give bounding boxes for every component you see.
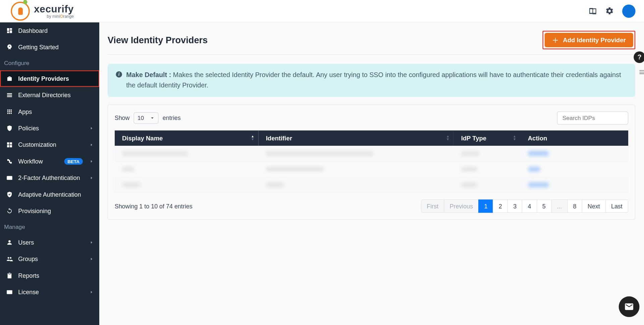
- sidebar: Dashboard Getting Started Configure Iden…: [0, 22, 99, 325]
- pager-last[interactable]: Last: [605, 199, 628, 213]
- col-idp-type[interactable]: IdP Type▲▼: [454, 130, 521, 146]
- col-display-name[interactable]: Display Name▲▼: [115, 130, 259, 146]
- pager-previous[interactable]: Previous: [444, 199, 479, 213]
- chevron-right-icon: [90, 143, 94, 147]
- pager-page-5[interactable]: 5: [537, 199, 552, 213]
- sidebar-label: Policies: [18, 125, 85, 132]
- side-menu-toggle[interactable]: [638, 69, 644, 75]
- chevron-right-icon: [90, 257, 94, 261]
- sidebar-item-getting-started[interactable]: Getting Started: [0, 39, 99, 55]
- sidebar-item-provisioning[interactable]: Provisioning: [0, 203, 99, 219]
- sidebar-section-configure: Configure: [0, 55, 99, 70]
- plus-icon: [552, 37, 559, 43]
- pagination: First Previous 1 2 3 4 5 ... 8 Next Last: [422, 199, 629, 213]
- sidebar-item-users[interactable]: Users: [0, 234, 99, 251]
- pager-page-4[interactable]: 4: [522, 199, 537, 213]
- pager-next[interactable]: Next: [582, 199, 606, 213]
- briefcase-icon: [6, 75, 13, 82]
- beta-badge: BETA: [64, 158, 83, 165]
- table-row: [115, 177, 628, 193]
- main-content: View Identity Providers Add Identity Pro…: [99, 22, 644, 325]
- sidebar-label: Adaptive Authentication: [18, 191, 94, 198]
- search-idps-input[interactable]: [557, 111, 628, 125]
- table-row: [115, 145, 628, 161]
- sidebar-item-workflow[interactable]: Workflow BETA: [0, 153, 99, 170]
- settings-icon[interactable]: [605, 7, 614, 15]
- brand-name: xecurify: [34, 3, 74, 15]
- list-icon: [6, 92, 13, 99]
- rocket-icon: [6, 44, 13, 51]
- idp-table: Display Name▲▼ Identifier▲▼ IdP Type▲▼ A…: [115, 130, 628, 193]
- sidebar-item-external-directories[interactable]: External Directories: [0, 87, 99, 103]
- group-icon: [6, 256, 13, 262]
- chat-button[interactable]: [619, 296, 640, 317]
- sidebar-label: Workflow: [18, 158, 59, 165]
- sidebar-label: Getting Started: [18, 44, 94, 51]
- user-avatar[interactable]: [622, 4, 636, 18]
- sidebar-item-dashboard[interactable]: Dashboard: [0, 22, 99, 39]
- chevron-right-icon: [90, 176, 94, 180]
- entries-control: Show 10 entries: [115, 112, 181, 124]
- sidebar-item-identity-providers[interactable]: Identity Providers: [0, 70, 99, 87]
- entries-value: 10: [138, 115, 144, 121]
- sidebar-item-customization[interactable]: Customization: [0, 137, 99, 153]
- add-identity-provider-button[interactable]: Add Identity Provider: [545, 33, 633, 47]
- col-identifier[interactable]: Identifier▲▼: [259, 130, 454, 146]
- chevron-right-icon: [90, 126, 94, 130]
- pager-page-1[interactable]: 1: [479, 199, 494, 213]
- sidebar-item-adaptive-auth[interactable]: Adaptive Authentication: [0, 186, 99, 203]
- pager-first[interactable]: First: [421, 199, 444, 213]
- sidebar-item-2fa[interactable]: 2-Factor Authentication: [0, 170, 99, 186]
- sidebar-item-apps[interactable]: Apps: [0, 104, 99, 120]
- clipboard-icon: [6, 272, 13, 279]
- sidebar-section-manage: Manage: [0, 219, 99, 234]
- page-title: View Identity Providers: [108, 35, 208, 45]
- chevron-right-icon: [90, 159, 94, 163]
- show-label-pre: Show: [115, 115, 130, 121]
- pager-page-3[interactable]: 3: [507, 199, 523, 213]
- add-button-label: Add Identity Provider: [563, 37, 626, 44]
- docs-icon[interactable]: [589, 7, 597, 15]
- topbar: xecurify by miniOrange: [0, 0, 644, 22]
- brand-logo[interactable]: xecurify by miniOrange: [11, 1, 74, 20]
- alert-title: Make Default :: [126, 71, 171, 78]
- user-icon: [6, 239, 13, 246]
- entries-select[interactable]: 10: [134, 112, 159, 124]
- table-row: [115, 161, 628, 177]
- help-button[interactable]: ?: [634, 51, 644, 63]
- alert-body: Makes the selected Identity Provider the…: [126, 71, 621, 88]
- sidebar-label: Apps: [18, 109, 94, 115]
- sidebar-item-license[interactable]: License: [0, 284, 99, 300]
- sidebar-label: External Directories: [18, 92, 94, 99]
- dashboard-icon: [6, 27, 13, 34]
- sidebar-label: Users: [18, 239, 85, 246]
- brand-byline: by miniOrange: [34, 14, 74, 19]
- info-alert: i Make Default : Makes the selected Iden…: [108, 64, 635, 96]
- apps-icon: [6, 109, 13, 115]
- pager-page-8[interactable]: 8: [568, 199, 583, 213]
- sync-icon: [6, 208, 13, 214]
- chevron-right-icon: [90, 241, 94, 245]
- sidebar-label: Customization: [18, 141, 85, 148]
- sidebar-item-reports[interactable]: Reports: [0, 267, 99, 284]
- add-idp-highlight: Add Identity Provider: [543, 30, 635, 49]
- card-icon: [6, 289, 13, 296]
- shield-icon: [6, 125, 13, 132]
- sidebar-item-groups[interactable]: Groups: [0, 251, 99, 267]
- sidebar-item-policies[interactable]: Policies: [0, 120, 99, 136]
- sidebar-label: Reports: [18, 272, 94, 279]
- table-info: Showing 1 to 10 of 74 entries: [115, 203, 193, 209]
- info-icon: i: [116, 71, 122, 77]
- sidebar-label: Provisioning: [18, 208, 94, 214]
- pager-ellipsis: ...: [551, 199, 568, 213]
- pager-page-2[interactable]: 2: [493, 199, 508, 213]
- col-action: Action: [521, 130, 629, 146]
- idp-table-card: Show 10 entries Display Name▲▼ Identifie: [108, 104, 635, 220]
- sidebar-label: Dashboard: [18, 27, 94, 34]
- sidebar-label: Identity Providers: [18, 75, 94, 82]
- shield-check-icon: [6, 191, 13, 198]
- show-label-post: entries: [163, 115, 181, 121]
- chevron-down-icon: [150, 115, 155, 120]
- svg-rect-0: [7, 176, 12, 180]
- sidebar-label: License: [18, 289, 85, 296]
